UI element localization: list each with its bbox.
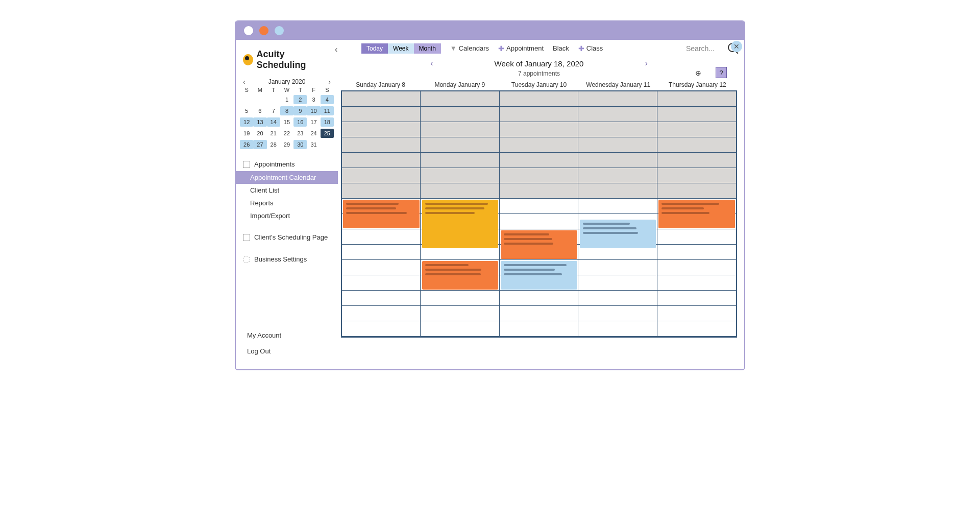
calendar-cell[interactable] — [421, 183, 499, 199]
mini-cal-day[interactable]: 18 — [321, 117, 334, 127]
calendar-event[interactable] — [422, 200, 499, 248]
black-item[interactable]: Black — [553, 44, 569, 52]
zoom-icon[interactable]: ⊕ — [695, 69, 701, 77]
add-class[interactable]: ✚ Class — [578, 44, 603, 53]
calendar-event[interactable] — [580, 220, 656, 248]
add-appointment[interactable]: ✚ Appointment — [498, 44, 544, 53]
calendar-event[interactable] — [422, 261, 499, 290]
window-dot-2[interactable] — [259, 26, 268, 35]
mini-cal-day[interactable]: 14 — [267, 117, 280, 127]
mini-cal-day[interactable]: 1 — [280, 95, 293, 104]
nav-sub-item[interactable]: Reports — [236, 197, 338, 209]
nav-appointments[interactable]: Appointments — [236, 157, 338, 171]
calendar-cell[interactable] — [421, 107, 499, 122]
calendar-cell[interactable] — [421, 321, 499, 337]
calendar-cell[interactable] — [578, 168, 657, 183]
nav-client-page[interactable]: Client's Scheduling Page — [236, 230, 338, 244]
week-next[interactable]: › — [645, 59, 647, 68]
mini-cal-day[interactable]: 29 — [280, 140, 293, 149]
view-week-button[interactable]: Week — [388, 43, 413, 54]
calendar-cell[interactable] — [342, 229, 421, 245]
calendar-cell[interactable] — [342, 91, 421, 107]
nav-log-out[interactable]: Log Out — [236, 343, 338, 359]
view-month-button[interactable]: Month — [414, 43, 441, 54]
nav-my-account[interactable]: My Account — [236, 327, 338, 343]
calendar-cell[interactable] — [578, 291, 657, 306]
calendar-cell[interactable] — [578, 199, 657, 214]
mini-cal-day[interactable]: 31 — [307, 140, 320, 149]
mini-cal-day[interactable]: 5 — [240, 106, 253, 115]
calendar-cell[interactable] — [657, 229, 736, 245]
calendar-cell[interactable] — [657, 245, 736, 260]
nav-sub-item[interactable]: Appointment Calendar — [236, 171, 338, 184]
calendar-cell[interactable] — [342, 321, 421, 337]
calendar-cell[interactable] — [500, 183, 578, 199]
mini-cal-day[interactable]: 26 — [240, 140, 253, 149]
mini-cal-day[interactable]: 27 — [253, 140, 266, 149]
mini-cal-day[interactable]: 17 — [307, 117, 320, 127]
calendar-cell[interactable] — [421, 306, 499, 321]
mini-cal-day[interactable]: 7 — [267, 106, 280, 115]
calendar-cell[interactable] — [500, 168, 578, 183]
calendar-cell[interactable] — [421, 168, 499, 183]
nav-sub-item[interactable]: Import/Export — [236, 209, 338, 222]
view-today-button[interactable]: Today — [361, 43, 388, 54]
mini-cal-day[interactable]: 8 — [280, 106, 293, 115]
window-dot-3[interactable] — [275, 26, 284, 35]
calendar-cell[interactable] — [657, 168, 736, 183]
calendar-event[interactable] — [658, 200, 735, 228]
calendar-cell[interactable] — [657, 183, 736, 199]
calendar-cell[interactable] — [657, 107, 736, 122]
mini-cal-day[interactable]: 9 — [293, 106, 307, 115]
calendar-event[interactable] — [343, 200, 420, 228]
calendar-cell[interactable] — [421, 122, 499, 137]
mini-cal-day[interactable]: 13 — [253, 117, 266, 127]
collapse-sidebar-icon[interactable]: ‹ — [335, 45, 337, 54]
calendar-cell[interactable] — [421, 291, 499, 306]
calendar-cell[interactable] — [657, 153, 736, 168]
calendar-cell[interactable] — [342, 291, 421, 306]
calendar-cell[interactable] — [342, 275, 421, 291]
mini-cal-day[interactable]: 3 — [307, 95, 320, 104]
calendar-cell[interactable] — [657, 306, 736, 321]
calendar-cell[interactable] — [500, 122, 578, 137]
calendar-cell[interactable] — [578, 306, 657, 321]
mini-cal-day[interactable]: 30 — [293, 140, 307, 149]
mini-cal-day[interactable]: 22 — [280, 129, 293, 138]
calendar-cell[interactable] — [342, 122, 421, 137]
calendar-cell[interactable] — [657, 260, 736, 275]
close-icon[interactable]: ✕ — [731, 41, 742, 52]
calendar-cell[interactable] — [342, 260, 421, 275]
calendar-cell[interactable] — [342, 137, 421, 153]
filter-calendars[interactable]: ▼ Calendars — [450, 44, 489, 52]
calendar-cell[interactable] — [578, 260, 657, 275]
calendar-cell[interactable] — [578, 153, 657, 168]
calendar-cell[interactable] — [657, 122, 736, 137]
calendar-cell[interactable] — [342, 153, 421, 168]
mini-cal-day[interactable]: 20 — [253, 129, 266, 138]
calendar-cell[interactable] — [342, 306, 421, 321]
calendar-cell[interactable] — [578, 137, 657, 153]
mini-cal-day[interactable]: 2 — [293, 95, 307, 104]
calendar-cell[interactable] — [421, 137, 499, 153]
calendar-cell[interactable] — [578, 122, 657, 137]
mini-cal-day[interactable]: 21 — [267, 129, 280, 138]
calendar-cell[interactable] — [342, 107, 421, 122]
calendar-cell[interactable] — [342, 168, 421, 183]
mini-cal-day[interactable]: 25 — [321, 129, 334, 138]
help-button[interactable]: ? — [716, 67, 727, 78]
calendar-cell[interactable] — [578, 91, 657, 107]
mini-cal-day[interactable]: 4 — [321, 95, 334, 104]
calendar-cell[interactable] — [578, 183, 657, 199]
mini-cal-day[interactable]: 10 — [307, 106, 320, 115]
mini-cal-day[interactable]: 23 — [293, 129, 307, 138]
calendar-cell[interactable] — [500, 199, 578, 214]
mini-cal-day[interactable]: 28 — [267, 140, 280, 149]
calendar-event[interactable] — [501, 261, 577, 290]
calendar-cell[interactable] — [657, 321, 736, 337]
calendar-cell[interactable] — [657, 291, 736, 306]
search-input[interactable]: Search... — [686, 44, 715, 53]
nav-business-settings[interactable]: Business Settings — [236, 252, 338, 266]
mini-cal-day[interactable]: 19 — [240, 129, 253, 138]
calendar-cell[interactable] — [500, 91, 578, 107]
